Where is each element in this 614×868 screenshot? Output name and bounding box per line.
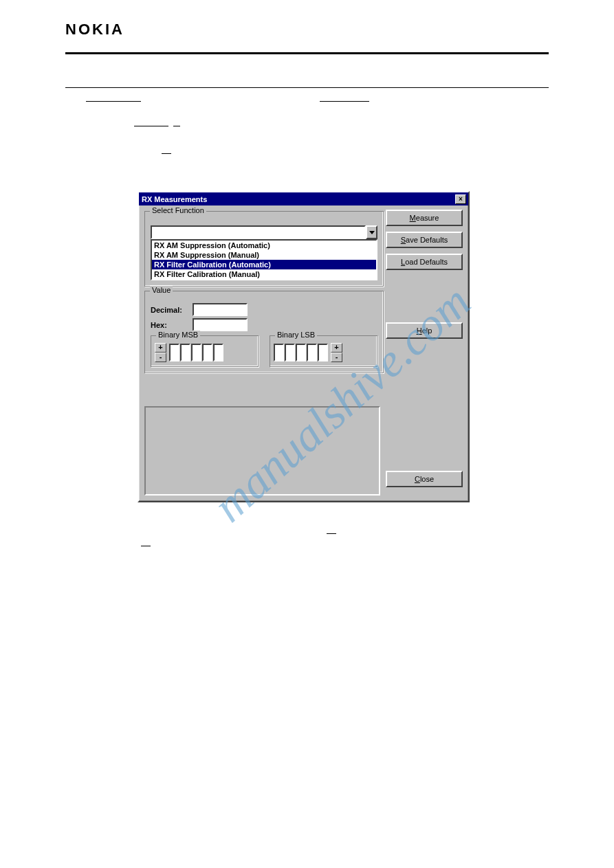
bit-cell[interactable] (296, 344, 306, 361)
function-combo-input[interactable] (151, 225, 366, 239)
load-defaults-button[interactable]: Load Defaults (386, 254, 463, 270)
minus-button[interactable]: - (331, 353, 342, 362)
group-label: Binary MSB (156, 331, 200, 339)
dialog-title: RX Measurements (142, 195, 207, 203)
text-stub (320, 95, 369, 102)
help-button[interactable]: Help (386, 322, 463, 339)
function-listbox[interactable]: RX AM Suppression (Automatic) RX AM Supp… (151, 239, 377, 280)
rx-measurements-dialog: RX Measurements × Select Function RX AM … (138, 191, 470, 502)
divider-thin (65, 87, 549, 88)
close-button[interactable]: Close (386, 471, 463, 487)
group-label: Binary LSB (275, 331, 317, 339)
divider-thick (65, 52, 549, 54)
select-function-group: Select Function RX AM Suppression (Autom… (144, 211, 384, 287)
bit-cell[interactable] (307, 344, 317, 361)
bit-cell[interactable] (180, 344, 190, 361)
value-group: Value Decimal: Hex: Binary MSB (144, 291, 384, 373)
bit-cell[interactable] (213, 344, 223, 361)
text-stub (134, 120, 168, 126)
bit-cell[interactable] (285, 344, 295, 361)
list-item-selected[interactable]: RX Filter Calibration (Automatic) (152, 260, 376, 269)
output-panel (144, 406, 380, 496)
text-stub (327, 530, 336, 534)
plus-button[interactable]: + (331, 343, 342, 353)
bit-cell[interactable] (274, 344, 284, 361)
hex-input[interactable] (193, 318, 248, 331)
measure-button[interactable]: Measure (386, 210, 463, 226)
decimal-label: Decimal: (151, 306, 188, 314)
save-defaults-button[interactable]: Save Defaults (386, 232, 463, 248)
decimal-input[interactable] (193, 303, 248, 316)
list-item[interactable]: RX Filter Calibration (Manual) (152, 269, 376, 279)
hex-label: Hex: (151, 321, 188, 329)
binary-lsb-group: Binary LSB + - (270, 335, 377, 367)
text-stub (162, 148, 171, 154)
binary-msb-group: Binary MSB + - (151, 335, 259, 367)
bit-cell[interactable] (318, 344, 328, 361)
chevron-down-icon[interactable] (366, 225, 377, 239)
titlebar[interactable]: RX Measurements × (139, 192, 468, 205)
list-item[interactable]: RX AM Suppression (Automatic) (152, 241, 376, 250)
plus-button[interactable]: + (155, 343, 166, 353)
bit-cell[interactable] (169, 344, 179, 361)
minus-button[interactable]: - (155, 353, 166, 362)
group-label: Select Function (150, 206, 206, 214)
bit-cell[interactable] (202, 344, 212, 361)
list-item[interactable]: RX AM Suppression (Manual) (152, 250, 376, 260)
nokia-logo: NOKIA (65, 21, 549, 38)
close-icon[interactable]: × (455, 194, 466, 204)
text-stub (141, 542, 151, 546)
text-stub (86, 95, 141, 102)
bit-cell[interactable] (191, 344, 201, 361)
group-label: Value (150, 286, 173, 294)
text-stub (173, 121, 180, 126)
